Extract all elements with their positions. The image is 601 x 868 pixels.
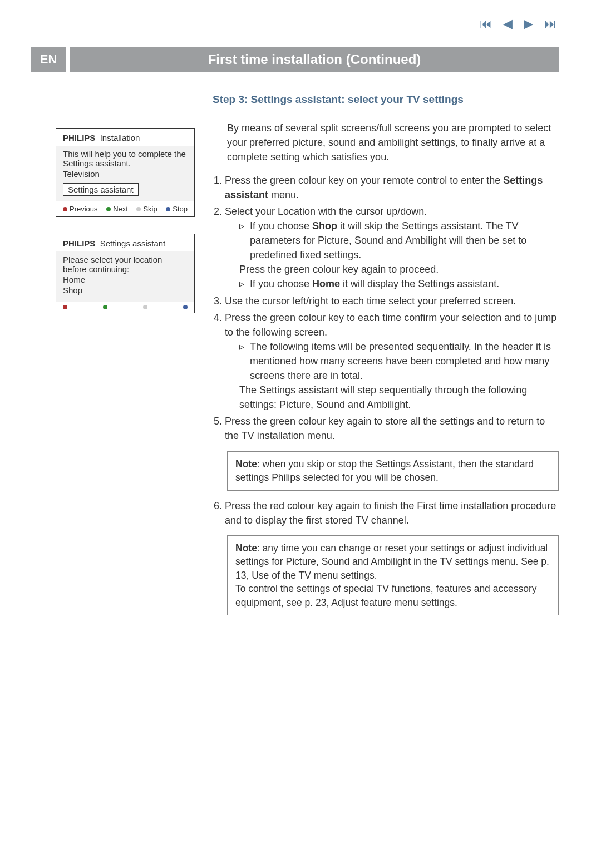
footer-btn[interactable]	[183, 305, 188, 309]
text: The following items will be presented se…	[250, 339, 559, 383]
instruction-list: Press the red colour key again to finish…	[213, 499, 559, 527]
pdf-nav: ⏮ ◀ ▶ ⏭	[480, 17, 556, 31]
red-dot-icon	[63, 305, 67, 309]
footer-btn-stop[interactable]: Stop	[166, 205, 188, 213]
nav-last-icon[interactable]: ⏭	[544, 17, 556, 31]
panel-footer: Previous Next Skip Stop	[56, 201, 194, 216]
footer-btn[interactable]	[143, 305, 147, 309]
location-option-shop[interactable]: Shop	[63, 285, 188, 295]
brand-label: PHILIPS	[63, 133, 95, 142]
nav-next-icon[interactable]: ▶	[524, 17, 533, 31]
panel-footer	[56, 302, 194, 313]
list-item: Press the green colour key on your remot…	[225, 173, 559, 202]
panel-body: Please select your location before conti…	[56, 251, 194, 302]
green-dot-icon	[103, 305, 107, 309]
triangle-icon: ▹	[239, 219, 244, 262]
footer-btn-next[interactable]: Next	[106, 205, 128, 213]
yellow-dot-icon	[136, 207, 141, 211]
note-box: Note: any time you can change or reset y…	[227, 535, 559, 616]
intro-paragraph: By means of several split screens/full s…	[227, 121, 559, 164]
list-item: Press the red colour key again to finish…	[225, 499, 559, 527]
note-box: Note: when you skip or stop the Settings…	[227, 451, 559, 491]
panel-text: This will help you to complete the Setti…	[63, 149, 188, 168]
triangle-icon: ▹	[239, 277, 244, 291]
footer-btn[interactable]	[103, 305, 107, 309]
footer-label: Stop	[173, 205, 188, 213]
text: menu.	[268, 189, 299, 200]
text: Press the green colour key to each time …	[225, 312, 556, 338]
footer-btn-skip[interactable]: Skip	[136, 205, 157, 213]
language-badge: EN	[31, 47, 66, 72]
brand-label: PHILIPS	[63, 239, 95, 248]
text: The Settings assistant will step sequent…	[239, 383, 559, 412]
footer-btn[interactable]	[63, 305, 67, 309]
instruction-list: Press the green colour key on your remot…	[213, 173, 559, 443]
yellow-dot-icon	[143, 305, 147, 309]
text: Select your Location with the cursor up/…	[225, 206, 427, 217]
panel-body: This will help you to complete the Setti…	[56, 146, 194, 201]
note-text: : any time you can change or reset your …	[235, 542, 549, 581]
text: Press the green colour key again to proc…	[239, 262, 559, 277]
panel-text: Television	[63, 169, 188, 179]
text: If you choose Shop it will skip the Sett…	[250, 219, 559, 262]
list-item: Press the green colour key to each time …	[225, 310, 559, 412]
panel-title: PHILIPS Settings assistant	[56, 234, 194, 251]
list-item: Select your Location with the cursor up/…	[225, 204, 559, 292]
note-text: : when you skip or stop the Settings Ass…	[235, 458, 534, 484]
panel-title: PHILIPS Installation	[56, 129, 194, 146]
panel-text: Please select your location before conti…	[63, 255, 188, 274]
footer-label: Previous	[70, 205, 98, 213]
nav-first-icon[interactable]: ⏮	[480, 17, 492, 31]
green-dot-icon	[106, 207, 111, 211]
nav-prev-icon[interactable]: ◀	[503, 17, 513, 31]
panel-subtitle: Installation	[100, 133, 140, 142]
text: Press the green colour key on your remot…	[225, 175, 503, 186]
text: If you choose Home it will display the S…	[250, 277, 499, 291]
footer-label: Next	[113, 205, 128, 213]
triangle-icon: ▹	[239, 339, 244, 383]
blue-dot-icon	[166, 207, 170, 211]
list-item: Use the cursor left/right to each time s…	[225, 294, 559, 308]
list-item: Press the green colour key again to stor…	[225, 414, 559, 443]
footer-btn-previous[interactable]: Previous	[63, 205, 98, 213]
footer-label: Skip	[143, 205, 157, 213]
note-label: Note	[235, 542, 257, 554]
page-title: First time installation (Continued)	[70, 47, 559, 72]
bold-text: Shop	[312, 220, 337, 231]
selected-item[interactable]: Settings assistant	[63, 183, 139, 196]
installation-panel: PHILIPS Installation This will help you …	[56, 128, 195, 217]
location-option-home[interactable]: Home	[63, 275, 188, 284]
bold-text: Home	[312, 278, 340, 289]
page-header: EN First time installation (Continued)	[31, 47, 559, 72]
settings-assistant-panel: PHILIPS Settings assistant Please select…	[56, 234, 195, 313]
note-label: Note	[235, 458, 257, 470]
red-dot-icon	[63, 207, 67, 211]
note-text: To control the settings of special TV fu…	[235, 583, 537, 608]
step-heading: Step 3: Settings assistant: select your …	[213, 92, 559, 107]
blue-dot-icon	[183, 305, 188, 309]
panel-subtitle: Settings assistant	[100, 239, 166, 248]
